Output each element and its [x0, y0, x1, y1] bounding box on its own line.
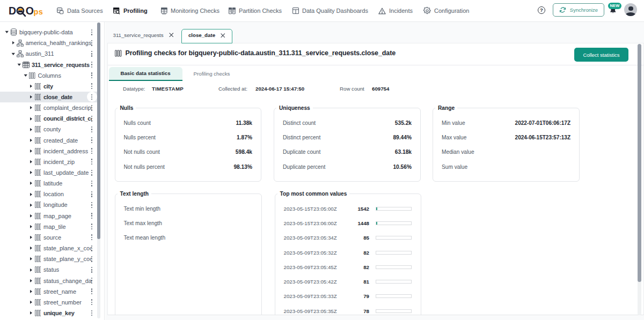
svg-text:D: D [9, 5, 16, 17]
svg-text:ps: ps [34, 8, 43, 16]
svg-text:O: O [26, 5, 34, 17]
